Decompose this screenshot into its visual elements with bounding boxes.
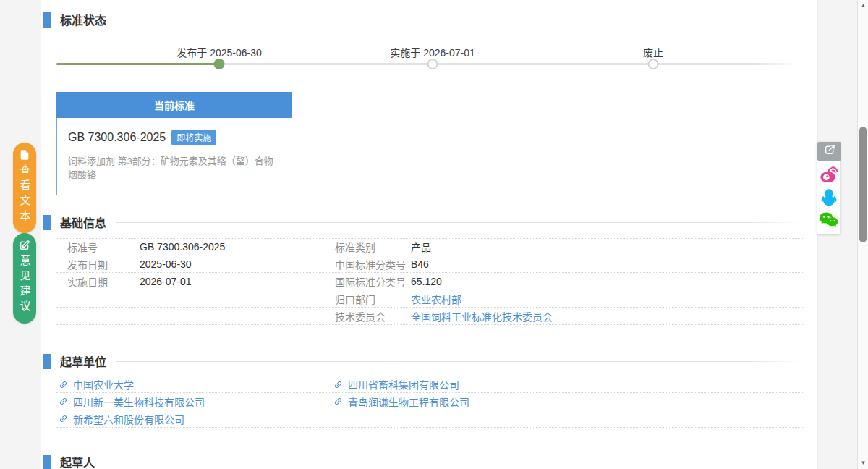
org-link[interactable]: 青岛润谦生物工程有限公司 — [331, 394, 803, 409]
status-timeline: 发布于 2025-06-30 实施于 2026-07-01 废止 — [56, 43, 799, 74]
section-header-status: 标准状态 — [43, 12, 803, 28]
feedback-button[interactable]: 意见建议 — [13, 233, 36, 324]
timeline-dot-published — [214, 59, 225, 69]
current-standard-card: 当前标准 GB 7300.306-2025 即将实施 饲料添加剂 第3部分：矿物… — [56, 92, 292, 195]
section-title-basic-info: 基础信息 — [60, 214, 106, 231]
section-divider — [116, 361, 803, 362]
scroll-down-arrow[interactable]: ▼ — [858, 458, 868, 468]
wechat-icon — [819, 211, 838, 229]
field-label: 国际标准分类号 — [335, 274, 411, 289]
weibo-icon — [819, 166, 838, 183]
field-value: 2026-07-01 — [140, 276, 335, 287]
edit-icon — [19, 240, 30, 251]
org-link[interactable]: 新希望六和股份有限公司 — [56, 412, 331, 426]
current-standard-card-body: GB 7300.306-2025 即将实施 饲料添加剂 第3部分：矿物元素及其络… — [56, 118, 292, 195]
standard-detail-content: 标准状态 发布于 2025-06-30 实施于 2026-07-01 废止 当前… — [41, 0, 817, 469]
link-icon — [56, 394, 69, 407]
list-row: 中国农业大学 四川省畜科集团有限公司 — [56, 376, 803, 393]
field-label: 标准类别 — [335, 240, 411, 254]
weibo-share-button[interactable] — [819, 166, 838, 183]
field-label: 发布日期 — [67, 257, 140, 271]
link-icon — [331, 378, 344, 391]
dept-link[interactable]: 农业农村部 — [411, 292, 803, 306]
qq-share-button[interactable] — [820, 188, 838, 207]
wechat-share-button[interactable] — [819, 211, 838, 229]
section-marker — [43, 455, 51, 469]
section-header-drafters: 起草人 — [43, 454, 803, 469]
field-label: 中国标准分类号 — [335, 257, 411, 271]
link-icon — [56, 378, 69, 391]
view-text-button[interactable]: 查看文本 — [13, 143, 36, 233]
share-button[interactable] — [817, 142, 841, 161]
table-row: 发布日期 2025-06-30 中国标准分类号 B46 — [56, 255, 803, 273]
standard-name: 饲料添加剂 第3部分：矿物元素及其络（螯）合物 烟酸铬 — [68, 153, 281, 181]
field-label: 归口部门 — [335, 292, 411, 306]
section-divider — [116, 20, 803, 20]
section-marker — [43, 12, 51, 28]
field-value: GB 7300.306-2025 — [140, 241, 335, 253]
field-value: 65.120 — [411, 276, 803, 287]
org-link[interactable]: 四川省畜科集团有限公司 — [331, 377, 803, 392]
field-value: 产品 — [411, 240, 803, 254]
list-row: 四川新一美生物科技有限公司 青岛润谦生物工程有限公司 — [56, 393, 803, 410]
field-value: B46 — [411, 258, 803, 270]
table-row: 实施日期 2026-07-01 国际标准分类号 65.120 — [56, 273, 803, 290]
share-panel — [817, 142, 840, 234]
section-marker — [43, 354, 51, 369]
current-standard-card-title: 当前标准 — [56, 92, 292, 118]
link-icon — [56, 412, 69, 425]
timeline-dot-abolished — [648, 59, 659, 69]
org-link[interactable]: 中国农业大学 — [56, 377, 331, 392]
section-divider — [105, 462, 803, 462]
status-badge: 即将实施 — [171, 130, 216, 145]
org-name: 中国农业大学 — [73, 377, 134, 392]
section-divider — [116, 222, 803, 223]
field-label: 实施日期 — [67, 274, 140, 289]
section-title-status: 标准状态 — [60, 11, 106, 28]
scroll-up-arrow[interactable]: ▲ — [858, 1, 868, 11]
page-scrollbar[interactable]: ▲ ▼ — [857, 0, 868, 469]
scrollbar-thumb[interactable] — [859, 127, 867, 242]
org-name: 四川新一美生物科技有限公司 — [73, 394, 205, 409]
list-row: 新希望六和股份有限公司 — [56, 410, 803, 428]
link-icon — [331, 394, 344, 407]
field-value: 2025-06-30 — [140, 258, 335, 270]
drafting-orgs-list: 中国农业大学 四川省畜科集团有限公司 四川新一美生物科技有限公司 青岛润谦生物工… — [56, 376, 803, 428]
timeline-progress — [56, 63, 221, 65]
section-title-drafters: 起草人 — [60, 453, 95, 469]
table-row: 技术委员会 全国饲料工业标准化技术委员会 — [56, 308, 803, 325]
timeline-dot-implemented — [427, 59, 438, 69]
org-link[interactable]: 四川新一美生物科技有限公司 — [56, 394, 331, 409]
section-header-basic-info: 基础信息 — [43, 214, 803, 230]
document-icon — [19, 149, 30, 161]
qq-icon — [820, 188, 838, 207]
org-name: 四川省畜科集团有限公司 — [348, 377, 459, 392]
timeline-label-published: 发布于 2025-06-30 — [176, 45, 262, 59]
org-name: 新希望六和股份有限公司 — [73, 412, 184, 426]
committee-link[interactable]: 全国饲料工业标准化技术委员会 — [411, 309, 803, 324]
field-label: 技术委员会 — [335, 309, 411, 324]
feedback-label: 意见建议 — [20, 255, 30, 316]
standard-code: GB 7300.306-2025 — [68, 131, 166, 144]
share-icon — [824, 144, 835, 159]
section-title-drafting-orgs: 起草单位 — [60, 352, 106, 370]
table-row: 标准号 GB 7300.306-2025 标准类别 产品 — [56, 238, 803, 255]
org-name: 青岛润谦生物工程有限公司 — [348, 394, 469, 409]
basic-info-table: 标准号 GB 7300.306-2025 标准类别 产品 发布日期 2025-0… — [56, 238, 803, 325]
table-row: 归口部门 农业农村部 — [56, 290, 803, 308]
field-label: 标准号 — [67, 240, 140, 254]
section-marker — [43, 215, 51, 230]
page-background-right — [817, 0, 857, 469]
section-header-drafting-orgs: 起草单位 — [43, 353, 803, 369]
view-text-label: 查看文本 — [20, 164, 30, 225]
timeline-label-abolished: 废止 — [643, 45, 663, 59]
timeline-label-implemented: 实施于 2026-07-01 — [390, 45, 475, 59]
